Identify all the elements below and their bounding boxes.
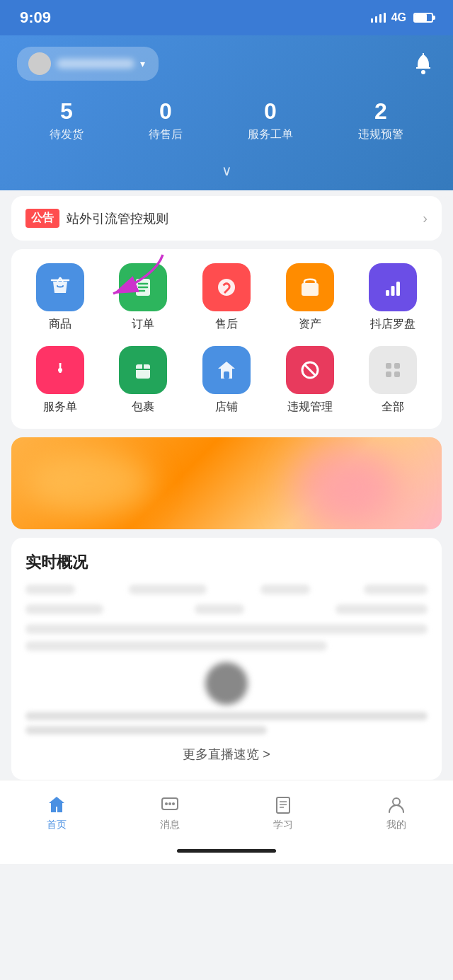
goods-label: 商品 xyxy=(49,317,71,332)
svg-rect-20 xyxy=(394,363,400,369)
announcement-text: 站外引流管控规则 xyxy=(67,210,415,227)
blur-stat-7 xyxy=(336,604,428,614)
nav-messages[interactable]: 消息 xyxy=(159,793,181,831)
banner[interactable] xyxy=(11,437,442,529)
realtime-title: 实时概况 xyxy=(25,552,428,573)
blur-stat-1 xyxy=(25,584,75,594)
stat-label-1: 待售后 xyxy=(149,127,183,142)
stats-blur-row-2 xyxy=(25,604,428,614)
status-bar: 9:09 4G xyxy=(0,0,453,35)
svg-rect-19 xyxy=(386,363,391,369)
home-nav-icon xyxy=(45,793,68,816)
assets-icon xyxy=(286,263,334,311)
mine-nav-label: 我的 xyxy=(386,819,406,831)
signal-icon xyxy=(371,13,386,23)
menu-item-package[interactable]: 包裹 xyxy=(108,346,178,415)
menu-item-goods[interactable]: 商品 xyxy=(25,263,96,332)
svg-rect-7 xyxy=(302,283,319,296)
package-label: 包裹 xyxy=(132,400,154,415)
menu-item-violation[interactable]: 违规管理 xyxy=(275,346,345,415)
battery-icon xyxy=(413,13,433,23)
svg-rect-9 xyxy=(391,286,395,296)
svg-point-27 xyxy=(172,802,175,805)
nav-mine[interactable]: 我的 xyxy=(385,793,408,831)
main-content: 公告 站外引流管控规则 › 商品 xyxy=(0,196,453,780)
stat-violation[interactable]: 2 违规预警 xyxy=(358,98,403,142)
menu-item-assets[interactable]: 资产 xyxy=(275,263,345,332)
menu-item-compass[interactable]: 抖店罗盘 xyxy=(357,263,428,332)
svg-line-18 xyxy=(305,365,315,375)
chevron-down-icon: ▾ xyxy=(140,58,145,69)
svg-rect-22 xyxy=(394,371,400,377)
messages-nav-icon xyxy=(159,793,181,816)
announcement-arrow-icon: › xyxy=(423,210,428,226)
realtime-section: 实时概况 更多直播速览 > xyxy=(11,538,442,780)
expand-chevron-icon: ∨ xyxy=(222,162,232,179)
stat-label-0: 待发货 xyxy=(50,127,84,142)
bell-button[interactable] xyxy=(411,51,436,76)
learning-nav-label: 学习 xyxy=(273,819,293,831)
compass-icon xyxy=(369,263,417,311)
stat-aftersale[interactable]: 0 待售后 xyxy=(149,98,183,142)
menu-item-shop[interactable]: 店铺 xyxy=(191,346,262,415)
network-label: 4G xyxy=(391,11,406,24)
all-icon xyxy=(369,346,417,394)
svg-rect-21 xyxy=(386,371,391,377)
blur-stat-5 xyxy=(25,604,103,614)
service-label: 服务单 xyxy=(43,400,77,415)
svg-text:!: ! xyxy=(57,360,62,376)
blur-line-2 xyxy=(25,726,267,734)
header: ▾ 5 待发货 0 待售后 0 服务工单 2 违规预警 ∨ xyxy=(0,35,453,190)
stat-number-1: 0 xyxy=(149,98,183,125)
violation-icon xyxy=(286,346,334,394)
shop-icon xyxy=(202,346,251,394)
store-selector[interactable]: ▾ xyxy=(17,47,159,81)
header-top: ▾ xyxy=(17,47,436,81)
bottom-nav: 首页 消息 学习 xyxy=(0,780,453,843)
menu-item-service[interactable]: ! 服务单 xyxy=(25,346,96,415)
store-avatar xyxy=(28,52,51,75)
blur-stat-2 xyxy=(129,584,207,594)
svg-rect-8 xyxy=(386,290,389,296)
menu-row-1: 商品 订单 xyxy=(18,263,435,332)
svg-rect-28 xyxy=(277,797,289,813)
home-bar-line xyxy=(177,849,276,853)
blur-stat-6 xyxy=(195,604,244,614)
aftersale-label: 售后 xyxy=(215,317,238,332)
menu-item-aftersale[interactable]: 售后 xyxy=(191,263,262,332)
service-icon: ! xyxy=(36,346,84,394)
goods-icon xyxy=(36,263,84,311)
home-bar xyxy=(0,843,453,864)
assets-label: 资产 xyxy=(299,317,321,332)
blur-line-1 xyxy=(25,712,428,720)
home-nav-label: 首页 xyxy=(47,819,67,831)
svg-rect-10 xyxy=(396,282,400,296)
nav-learning[interactable]: 学习 xyxy=(272,793,294,831)
status-time: 9:09 xyxy=(20,8,51,27)
menu-item-orders[interactable]: 订单 xyxy=(108,263,178,332)
menu-grid: 商品 订单 xyxy=(11,249,442,429)
announcement-bar[interactable]: 公告 站外引流管控规则 › xyxy=(11,196,442,241)
stat-pending-ship[interactable]: 5 待发货 xyxy=(50,98,84,142)
compass-label: 抖店罗盘 xyxy=(370,317,415,332)
stat-service[interactable]: 0 服务工单 xyxy=(248,98,293,142)
stat-number-2: 0 xyxy=(248,98,293,125)
stat-number-3: 2 xyxy=(358,98,403,125)
menu-item-all[interactable]: 全部 xyxy=(357,346,428,415)
svg-point-25 xyxy=(165,802,168,805)
blur-thumbnail xyxy=(205,662,248,705)
announcement-badge: 公告 xyxy=(25,209,59,228)
orders-icon xyxy=(119,263,167,311)
stat-number-0: 5 xyxy=(50,98,84,125)
learning-nav-icon xyxy=(272,793,294,816)
aftersale-icon xyxy=(202,263,251,311)
stats-row: 5 待发货 0 待售后 0 服务工单 2 违规预警 xyxy=(17,98,436,156)
more-live-button[interactable]: 更多直播速览 > xyxy=(25,734,428,766)
nav-home[interactable]: 首页 xyxy=(45,793,68,831)
expand-row[interactable]: ∨ xyxy=(17,156,436,190)
store-name xyxy=(57,59,134,69)
status-icons: 4G xyxy=(371,11,433,24)
svg-point-32 xyxy=(393,798,400,805)
stats-blur-row-1 xyxy=(25,584,428,594)
stat-label-3: 违规预警 xyxy=(358,127,403,142)
